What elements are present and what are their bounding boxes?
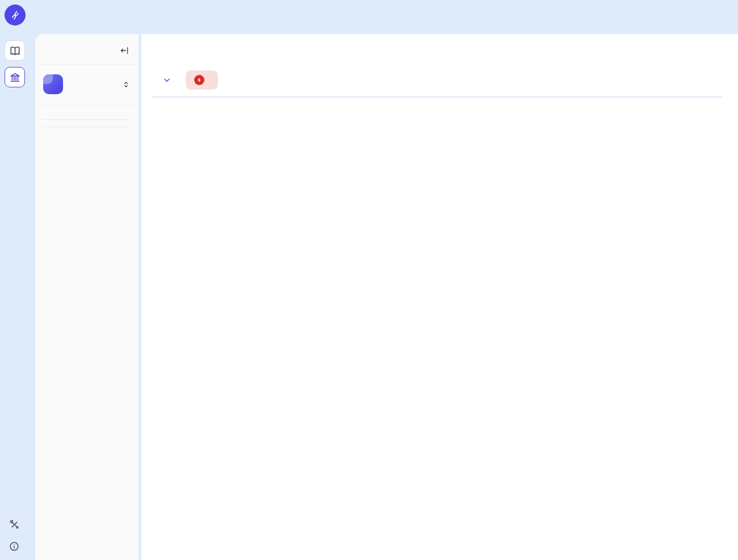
- library-rail-button[interactable]: [5, 40, 25, 61]
- collapse-sidebar-button[interactable]: [119, 45, 129, 56]
- book-open-icon: [9, 45, 21, 57]
- tools-icon: [9, 519, 20, 530]
- sidebar: [35, 34, 139, 560]
- high-risk-icon: [194, 75, 204, 85]
- bank-icon: [9, 71, 21, 83]
- space-avatar: [43, 74, 63, 94]
- sidebar-nav: [35, 104, 139, 134]
- chevron-down-icon: [162, 75, 172, 85]
- tab-bar: [152, 96, 722, 98]
- left-rail: [0, 0, 35, 560]
- info-icon: [9, 541, 20, 552]
- chevron-up-down-icon: [121, 80, 131, 89]
- rail-footer: [0, 519, 35, 560]
- nav-divider: [43, 127, 131, 127]
- breadcrumb: [152, 34, 722, 48]
- space-selector[interactable]: [35, 65, 139, 104]
- info-button[interactable]: [9, 541, 35, 552]
- title-dropdown-button[interactable]: [162, 75, 172, 85]
- main-panel: [141, 34, 738, 560]
- collapse-sidebar-icon: [119, 45, 129, 56]
- tools-button[interactable]: [9, 519, 35, 530]
- brand-logo-icon: [9, 9, 22, 22]
- risk-badge: [186, 70, 218, 90]
- governance-rail-button[interactable]: [5, 67, 25, 87]
- brand-logo[interactable]: [5, 5, 26, 26]
- nav-divider: [43, 119, 131, 120]
